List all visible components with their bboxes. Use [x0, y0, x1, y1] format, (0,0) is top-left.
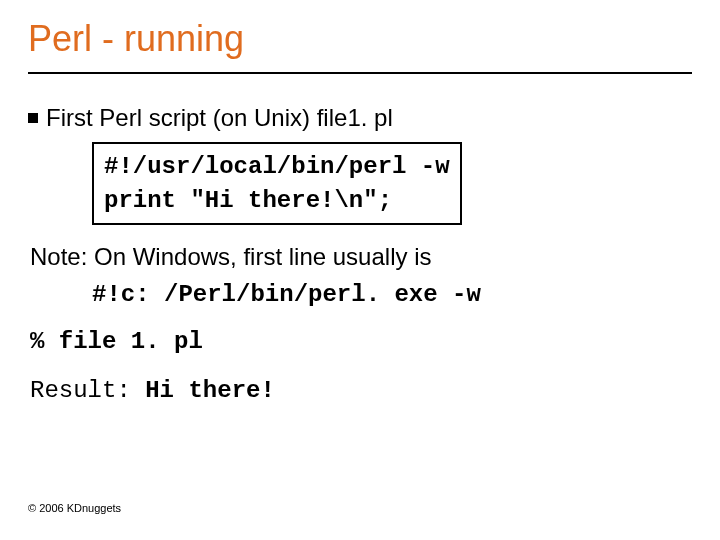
result-line: Result: Hi there!	[30, 377, 692, 404]
result-label: Result:	[30, 377, 145, 404]
slide: Perl - running First Perl script (on Uni…	[0, 0, 720, 540]
code-box: #!/usr/local/bin/perl -w print "Hi there…	[92, 142, 462, 225]
command-line: % file 1. pl	[30, 328, 692, 355]
bullet-text: First Perl script (on Unix) file1. pl	[46, 104, 393, 132]
slide-title: Perl - running	[28, 18, 692, 66]
note-text: Note: On Windows, first line usually is	[30, 243, 692, 271]
copyright: © 2006 KDnuggets	[28, 502, 121, 514]
windows-code: #!c: /Perl/bin/perl. exe -w	[92, 281, 692, 308]
code-line-1: #!/usr/local/bin/perl -w	[104, 150, 450, 184]
bullet-icon	[28, 113, 38, 123]
bullet-item: First Perl script (on Unix) file1. pl	[28, 104, 692, 132]
code-line-2: print "Hi there!\n";	[104, 184, 450, 218]
title-rule	[28, 72, 692, 74]
result-value: Hi there!	[145, 377, 275, 404]
